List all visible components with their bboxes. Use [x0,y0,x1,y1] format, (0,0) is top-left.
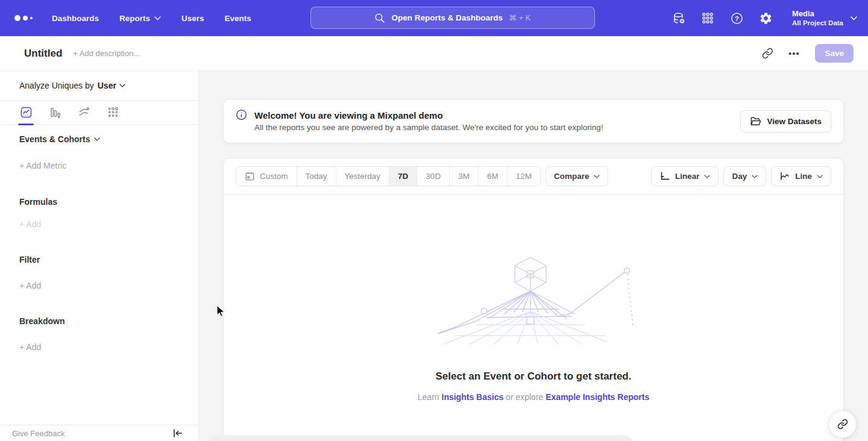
copy-link-button[interactable] [757,43,778,64]
sidebar-footer: Give Feedback [0,425,198,441]
events-cohorts-section: Events & Cohorts [19,134,100,144]
date-range-7d[interactable]: 7D [389,167,417,186]
compare-dropdown[interactable]: Compare [546,166,609,186]
nav-reports[interactable]: Reports [119,9,161,28]
tab-insights-line[interactable] [19,105,33,120]
date-range-6m[interactable]: 6M [478,167,507,186]
date-range-segmented: Custom Today Yesterday 7D 30D 3M 6M 12M [236,166,541,186]
chart-type-dropdown[interactable]: Line [771,166,831,186]
bottom-panel-peek [208,435,633,441]
linear-axis-icon [659,171,670,181]
learn-prefix: Learn [418,392,439,402]
share-link-fab[interactable] [829,410,857,438]
formulas-section: Formulas [19,197,57,207]
report-card: Custom Today Yesterday 7D 30D 3M 6M 12M … [223,158,844,441]
nav-dashboards[interactable]: Dashboards [52,9,99,28]
nav-reports-label: Reports [119,14,150,23]
date-range-today-label: Today [306,172,327,181]
chevron-down-icon [154,16,161,20]
date-range-custom-label: Custom [260,172,288,181]
calendar-icon [245,171,255,181]
ellipsis-icon: ••• [788,48,800,58]
formulas-label: Formulas [19,197,57,207]
date-range-12m[interactable]: 12M [507,167,540,186]
interval-label: Day [732,172,747,181]
search-shortcut: ⌘ + K [509,13,531,22]
add-formula-button[interactable]: + Add [19,219,41,229]
chevron-down-icon [594,175,600,178]
mixpanel-logo-icon[interactable] [14,15,33,21]
add-filter-label: + Add [19,281,41,290]
retention-tab-icon [107,106,119,119]
date-range-yesterday-label: Yesterday [345,172,381,181]
chevron-down-icon [119,84,125,87]
project-selector[interactable]: Media All Project Data [792,9,857,27]
link-icon [837,419,848,430]
report-title[interactable]: Untitled [24,48,62,60]
chevron-down-icon [817,175,823,178]
report-header: Untitled + Add description... ••• Save [0,36,868,71]
view-datasets-button[interactable]: View Datasets [740,110,831,133]
search-icon [374,13,385,23]
date-range-today[interactable]: Today [297,167,336,186]
date-range-30d-label: 30D [426,172,441,181]
chart-type-tabs [0,100,198,125]
nav-users[interactable]: Users [181,9,204,28]
main-content: Welcome! You are viewing a Mixpanel demo… [199,71,868,441]
search-placeholder: Open Reports & Dashboards [391,13,503,22]
analyze-uniques-row: Analyze Uniques by User [0,71,198,100]
tab-retention[interactable] [106,105,119,120]
analyze-by-dropdown[interactable]: User [98,81,125,90]
scale-dropdown[interactable]: Linear [651,166,719,186]
interval-dropdown[interactable]: Day [723,166,766,186]
apps-grid-icon[interactable] [700,11,715,25]
app-window: Dashboards Reports Users Events Open Rep… [0,0,868,441]
collapse-sidebar-button[interactable] [173,429,183,437]
settings-gear-icon[interactable] [758,11,773,25]
events-cohorts-heading[interactable]: Events & Cohorts [19,134,100,144]
events-cohorts-label: Events & Cohorts [19,134,90,144]
svg-text:?: ? [734,14,738,22]
empty-state-links: Learn Insights Basics or explore Example… [418,392,649,402]
tab-flows[interactable] [77,105,90,120]
date-range-custom[interactable]: Custom [236,167,297,186]
tab-bar-chart[interactable] [48,105,61,120]
nav-dashboards-label: Dashboards [52,14,99,23]
date-range-6m-label: 6M [487,172,498,181]
add-metric-label: + Add Metric [19,161,66,170]
more-menu-button[interactable]: ••• [784,43,804,64]
add-breakdown-label: + Add [19,342,41,352]
breakdown-label: Breakdown [19,316,64,326]
add-filter-button[interactable]: + Add [19,281,41,290]
add-formula-label: + Add [19,219,41,229]
flows-tab-icon [78,106,90,119]
chevron-down-icon [704,175,710,178]
date-range-3m[interactable]: 3M [449,167,478,186]
collapse-left-icon [173,429,183,437]
example-insights-reports-link[interactable]: Example Insights Reports [546,392,649,402]
date-range-7d-label: 7D [398,172,408,181]
global-search-input[interactable]: Open Reports & Dashboards ⌘ + K [310,7,595,29]
add-filter-row: + Add [19,281,41,290]
scale-label: Linear [675,172,700,181]
date-range-30d[interactable]: 30D [417,167,449,186]
report-toolbar: Custom Today Yesterday 7D 30D 3M 6M 12M … [224,158,843,195]
or-explore-text: or explore [506,392,543,402]
date-range-3m-label: 3M [458,172,470,181]
report-description-placeholder[interactable]: + Add description... [73,49,140,58]
add-breakdown-row: + Add [19,342,41,352]
insights-basics-link[interactable]: Insights Basics [442,392,504,402]
give-feedback-link[interactable]: Give Feedback [12,429,64,438]
help-icon[interactable]: ? [729,11,744,25]
add-breakdown-button[interactable]: + Add [19,342,41,352]
date-range-yesterday[interactable]: Yesterday [336,167,389,186]
welcome-banner: Welcome! You are viewing a Mixpanel demo… [223,99,844,143]
top-nav: Dashboards Reports Users Events Open Rep… [0,0,868,36]
data-management-icon[interactable] [671,11,686,25]
add-metric-button[interactable]: + Add Metric [19,161,66,170]
save-button[interactable]: Save [815,44,854,63]
chevron-down-icon [94,137,100,141]
line-chart-tab-icon [20,106,33,119]
add-metric-row: + Add Metric [19,161,66,170]
nav-events[interactable]: Events [225,9,251,28]
